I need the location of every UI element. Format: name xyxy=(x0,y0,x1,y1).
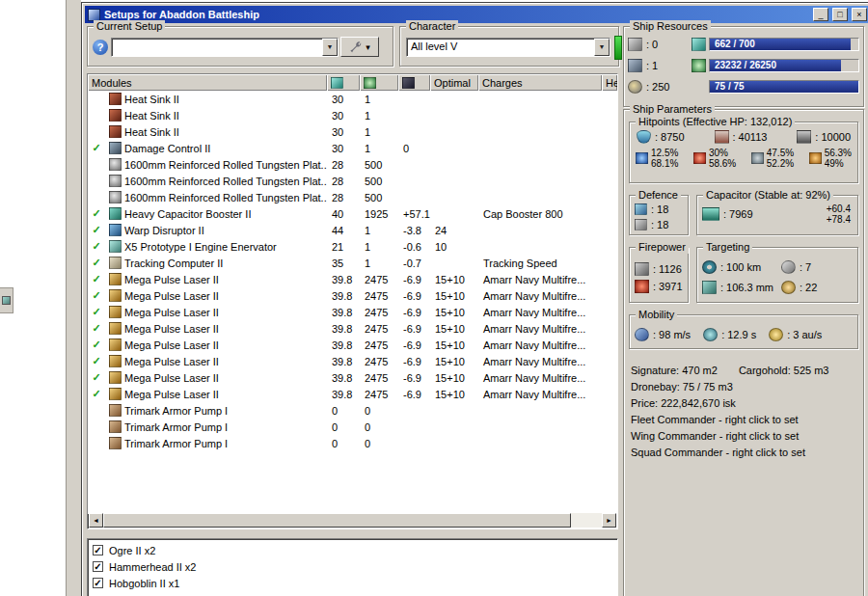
module-charges-value: Cap Booster 800 xyxy=(478,208,602,220)
current-setup-group: Current Setup ? ▼ ▾ xyxy=(87,26,393,67)
drone-item[interactable]: ✓Hobgoblin II x1 xyxy=(93,575,612,591)
defence-capacitor-row: Defence : 18 : 18 Capacitor (Stable at: … xyxy=(629,195,858,235)
drone-checkbox[interactable]: ✓ xyxy=(93,561,103,572)
module-powergrid-value: 500 xyxy=(360,159,398,171)
armor-plate-icon xyxy=(109,158,122,171)
module-row[interactable]: ✓Mega Pulse Laser II39.82475-6.915+10Ama… xyxy=(88,320,617,337)
module-row[interactable]: ✓Damage Control II3010 xyxy=(88,140,617,156)
resist-shield-value: 56.3% xyxy=(825,148,852,158)
current-setup-dropdown-button[interactable]: ▼ xyxy=(322,39,338,56)
defence-stat-2-value: : 18 xyxy=(651,219,668,230)
help-button[interactable]: ? xyxy=(93,40,108,55)
scroll-left-button[interactable]: ◄ xyxy=(89,513,103,528)
module-row[interactable]: Heat Sink II301 xyxy=(88,91,617,107)
module-icon-cell xyxy=(105,404,124,417)
module-row[interactable]: Heat Sink II301 xyxy=(88,107,617,123)
signature-value: Signature: 470 m2 xyxy=(631,365,718,376)
capacitor-group: Capacitor (Stable at: 92%) : 7969 +60.4 … xyxy=(696,195,858,235)
close-button[interactable]: × xyxy=(852,8,867,21)
module-row[interactable]: ✓Mega Pulse Laser II39.82475-6.915+10Ama… xyxy=(88,337,617,353)
module-row[interactable]: ✓Mega Pulse Laser II39.82475-6.915+10Ama… xyxy=(88,304,617,320)
column-modules[interactable]: Modules xyxy=(88,74,327,91)
character-dropdown-button[interactable]: ▼ xyxy=(594,39,610,56)
module-row[interactable]: ✓Mega Pulse Laser II39.82475-6.915+10Ama… xyxy=(88,369,617,386)
module-icon-cell xyxy=(105,93,124,105)
drone-checkbox[interactable]: ✓ xyxy=(93,545,103,555)
module-optimal-value: 10 xyxy=(430,241,478,253)
background-window-edge xyxy=(66,0,81,596)
module-name: Damage Control II xyxy=(124,143,327,154)
minimize-button[interactable]: _ xyxy=(813,8,828,21)
character-combobox[interactable]: All level V ▼ xyxy=(406,38,610,57)
hitpoints-label: Hitpoints (Effective HP: 132,012) xyxy=(636,116,795,128)
drone-item[interactable]: ✓Ogre II x2 xyxy=(93,542,612,558)
maximize-button[interactable]: □ xyxy=(832,8,848,21)
module-row[interactable]: Trimark Armor Pump I00 xyxy=(88,419,617,435)
module-row[interactable]: ✓Mega Pulse Laser II39.82475-6.915+10Ama… xyxy=(88,287,617,304)
module-row[interactable]: 1600mm Reinforced Rolled Tungsten Plat..… xyxy=(88,173,617,189)
capacitor-stats: : 7969 +60.4 +78.4 xyxy=(702,203,853,225)
module-active-check-icon: ✓ xyxy=(88,306,105,318)
module-powergrid-value: 0 xyxy=(360,405,398,417)
character-group: Character All level V ▼ xyxy=(399,26,619,67)
module-row[interactable]: Trimark Armor Pump I00 xyxy=(88,402,617,419)
module-active-check-icon: ✓ xyxy=(88,257,105,269)
module-row[interactable]: ✓X5 Prototype I Engine Enervator211-0.61… xyxy=(88,238,617,255)
powergrid-icon xyxy=(692,59,706,72)
resource-stat-value: : 1 xyxy=(646,60,658,71)
speed-value: : 98 m/s xyxy=(653,329,691,340)
module-cpu-value: 39.8 xyxy=(327,356,360,367)
column-charges[interactable]: Charges xyxy=(478,74,602,91)
module-row[interactable]: 1600mm Reinforced Rolled Tungsten Plat..… xyxy=(88,189,617,205)
horizontal-scrollbar[interactable]: ◄ ► xyxy=(89,513,616,528)
module-charges-value: Amarr Navy Multifre... xyxy=(478,274,602,285)
stasis-web-icon xyxy=(109,240,122,253)
module-cap-value: 0 xyxy=(398,143,430,154)
module-row[interactable]: ✓Mega Pulse Laser II39.82475-6.915+10Ama… xyxy=(88,353,617,369)
resist-armor-value: 49% xyxy=(825,158,852,169)
module-row[interactable]: ✓Mega Pulse Laser II39.82475-6.915+10Ama… xyxy=(88,386,617,402)
drone-list: ✓Ogre II x2✓Hammerhead II x2✓Hobgoblin I… xyxy=(87,538,618,596)
module-icon-cell xyxy=(105,207,124,220)
column-optimal[interactable]: Optimal xyxy=(430,74,478,91)
setup-tools-dropdown-arrow[interactable]: ▾ xyxy=(366,42,370,52)
module-name: 1600mm Reinforced Rolled Tungsten Plat..… xyxy=(124,176,327,187)
drone-checkbox[interactable]: ✓ xyxy=(93,578,103,588)
wing-commander-line[interactable]: Wing Commander - right click to set xyxy=(631,428,858,445)
squad-commander-line[interactable]: Squad Commander - right click to set xyxy=(631,445,858,461)
character-label: Character xyxy=(406,20,458,33)
structure-hp-value: : 10000 xyxy=(815,131,851,143)
column-cpu[interactable] xyxy=(327,74,360,91)
module-row[interactable]: 1600mm Reinforced Rolled Tungsten Plat..… xyxy=(88,156,617,173)
column-capacitor[interactable] xyxy=(398,74,430,91)
module-charges-value: Amarr Navy Multifre... xyxy=(478,356,602,367)
capacitor-deltas: +60.4 +78.4 xyxy=(827,203,853,225)
fleet-commander-line[interactable]: Fleet Commander - right click to set xyxy=(631,412,858,428)
module-row[interactable]: ✓Heavy Capacitor Booster II401925+57.1Ca… xyxy=(88,205,617,222)
scan-resolution-icon xyxy=(702,281,717,294)
module-charges-value: Amarr Navy Multifre... xyxy=(478,307,602,318)
module-row[interactable]: Trimark Armor Pump I00 xyxy=(88,435,617,451)
module-charges-value: Amarr Navy Multifre... xyxy=(478,290,602,302)
targeting-range-icon xyxy=(702,260,717,274)
scroll-track[interactable] xyxy=(103,513,602,528)
module-name: Mega Pulse Laser II xyxy=(124,372,327,384)
module-row[interactable]: Heat Sink II301 xyxy=(88,123,617,140)
titlebar[interactable]: Setups for Abaddon Battleship _ □ × xyxy=(85,6,868,23)
targeting-group: Targeting : 100 km : 7 : 106.3 mm : 22 xyxy=(696,247,858,303)
module-charges-value: Amarr Navy Multifre... xyxy=(478,372,602,384)
module-row[interactable]: ✓Warp Disruptor II441-3.824 xyxy=(88,222,617,238)
module-row[interactable]: ✓Tracking Computer II351-0.7Tracking Spe… xyxy=(88,255,617,271)
bar-icon-spacer xyxy=(692,80,706,94)
current-setup-combobox[interactable]: ▼ xyxy=(111,38,339,57)
setup-tools-button[interactable]: ▾ xyxy=(340,37,379,57)
scroll-right-button[interactable]: ► xyxy=(602,513,616,528)
module-optimal-value: 15+10 xyxy=(430,323,478,335)
column-heat[interactable]: He xyxy=(602,74,617,91)
drone-item[interactable]: ✓Hammerhead II x2 xyxy=(93,558,612,575)
module-active-check-icon: ✓ xyxy=(88,339,105,351)
module-row[interactable]: ✓Mega Pulse Laser II39.82475-6.915+10Ama… xyxy=(88,271,617,287)
column-powergrid[interactable] xyxy=(360,74,398,91)
scroll-thumb[interactable] xyxy=(103,513,571,528)
rig-icon xyxy=(109,420,122,433)
